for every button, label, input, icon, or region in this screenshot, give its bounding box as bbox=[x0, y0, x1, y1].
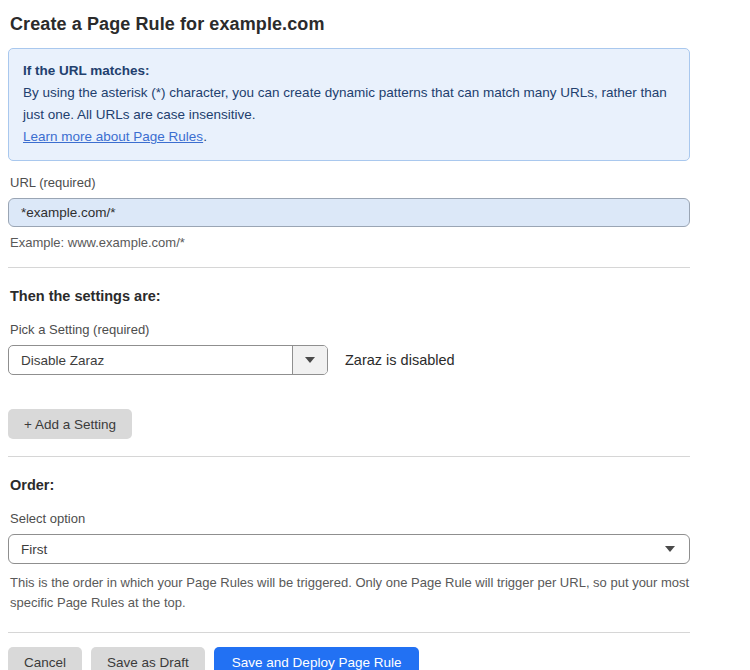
cancel-button[interactable]: Cancel bbox=[8, 647, 82, 670]
chevron-down-icon bbox=[665, 546, 675, 552]
info-box-link-line: Learn more about Page Rules. bbox=[23, 126, 675, 148]
url-match-info-box: If the URL matches: By using the asteris… bbox=[8, 48, 690, 161]
link-suffix: . bbox=[203, 129, 207, 144]
divider bbox=[8, 267, 690, 268]
footer-actions: Cancel Save as Draft Save and Deploy Pag… bbox=[8, 647, 690, 670]
divider bbox=[8, 632, 690, 633]
info-box-heading: If the URL matches: bbox=[23, 60, 675, 82]
page-rule-form: Create a Page Rule for example.com If th… bbox=[0, 0, 690, 670]
add-setting-button[interactable]: + Add a Setting bbox=[8, 409, 132, 439]
order-section-heading: Order: bbox=[10, 477, 690, 493]
order-select[interactable]: First bbox=[8, 534, 690, 564]
save-as-draft-button[interactable]: Save as Draft bbox=[91, 647, 205, 670]
divider bbox=[8, 456, 690, 457]
info-box-body: By using the asterisk (*) character, you… bbox=[23, 82, 675, 126]
chevron-down-icon bbox=[305, 357, 315, 363]
setting-select[interactable]: Disable Zaraz bbox=[8, 345, 328, 375]
save-and-deploy-button[interactable]: Save and Deploy Page Rule bbox=[214, 647, 420, 670]
setting-select-value: Disable Zaraz bbox=[9, 346, 292, 374]
page-title: Create a Page Rule for example.com bbox=[10, 14, 690, 35]
url-field-label: URL (required) bbox=[10, 175, 690, 190]
url-example-text: Example: www.example.com/* bbox=[10, 235, 690, 250]
url-input[interactable] bbox=[8, 198, 690, 227]
order-select-value: First bbox=[21, 542, 47, 557]
learn-more-link[interactable]: Learn more about Page Rules bbox=[23, 129, 203, 144]
pick-setting-label: Pick a Setting (required) bbox=[10, 322, 690, 337]
settings-section-heading: Then the settings are: bbox=[10, 288, 690, 304]
setting-select-arrow-button[interactable] bbox=[292, 346, 327, 374]
setting-status-text: Zaraz is disabled bbox=[345, 352, 455, 368]
order-help-text: This is the order in which your Page Rul… bbox=[10, 573, 690, 613]
setting-row: Disable Zaraz Zaraz is disabled bbox=[8, 345, 690, 375]
order-select-label: Select option bbox=[10, 511, 690, 526]
